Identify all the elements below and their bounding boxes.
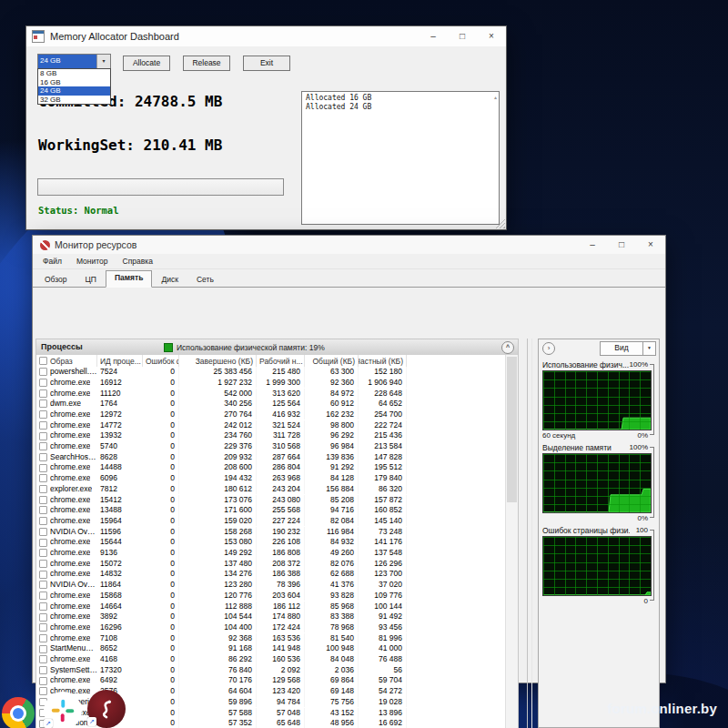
table-row[interactable]: NVIDIA Overlay...115960158 268190 232116… [36,527,506,538]
row-checkbox[interactable] [39,560,47,568]
table-row[interactable]: chrome.exe146640112 888186 11285 968100 … [36,601,506,612]
row-checkbox[interactable] [39,645,47,653]
row-checkbox[interactable] [39,517,47,525]
row-checkbox[interactable] [39,655,47,663]
row-checkbox[interactable] [39,474,47,482]
row-checkbox[interactable] [39,368,47,376]
view-dropdown-button[interactable]: Вид ▼ [600,341,656,356]
table-row[interactable]: chrome.exe156440153 080226 10884 932141 … [36,537,506,548]
table-row[interactable]: chrome.exe111200542 000313 62084 972228 … [36,388,506,399]
menu-item[interactable]: Справка [116,255,160,268]
row-checkbox[interactable] [39,677,47,685]
desktop-icon-red-app[interactable]: ↗ [87,690,126,728]
scroll-up-icon[interactable]: ▴ [494,94,497,100]
processes-header-bar[interactable]: Процессы Использование физической памяти… [36,339,518,356]
row-checkbox[interactable] [39,571,47,579]
row-checkbox[interactable] [39,453,47,461]
row-checkbox[interactable] [39,464,47,472]
table-row[interactable]: dwm.exe17640340 256125 56460 91264 652 [36,399,506,410]
tab-ЦП[interactable]: ЦП [76,272,106,288]
row-checkbox[interactable] [39,421,47,430]
resmon-titlebar[interactable]: Монитор ресурсов – □ × [33,236,665,254]
row-checkbox[interactable] [39,539,47,547]
table-row[interactable]: chrome.exe159640159 020227 22482 084145 … [36,516,506,527]
menu-item[interactable]: Файл [35,255,69,268]
table-row[interactable]: chrome.exe139320234 760311 72896 292215 … [36,430,506,441]
column-header[interactable]: Частный (КБ) [359,355,407,367]
table-row[interactable]: chrome.exe134880171 600255 56894 716160 … [36,505,506,516]
column-header[interactable]: Общий (КБ) [305,355,359,367]
combo-option[interactable]: 16 GB [38,78,110,87]
table-row[interactable]: chrome.exe7108092 368163 53681 54081 996 [36,633,506,644]
maximize-button[interactable]: □ [607,240,636,249]
row-checkbox[interactable] [39,442,47,450]
combo-option[interactable]: 8 GB [38,69,110,78]
collapse-chevron-icon[interactable]: ^ [501,341,514,354]
close-button[interactable]: × [477,32,506,41]
log-textarea[interactable]: Allocated 16 GB Allocated 24 GB [301,91,500,225]
table-row[interactable]: chrome.exe38920104 544174 88083 38891 49… [36,612,506,622]
close-button[interactable]: × [636,240,665,249]
tab-Обзор[interactable]: Обзор [35,272,76,288]
row-checkbox[interactable] [39,592,47,600]
row-checkbox[interactable] [39,432,47,440]
column-header[interactable]: Ошибок ст... [143,355,179,367]
table-scrollbar[interactable] [505,355,518,728]
row-checkbox[interactable] [39,410,47,419]
combo-dropdown-list[interactable]: 8 GB16 GB24 GB32 GB [37,68,111,105]
table-row[interactable]: chrome.exe162960104 400172 42478 96893 4… [36,622,506,633]
allocate-button[interactable]: Allocate [123,56,170,71]
combo-option[interactable]: 32 GB [38,96,110,105]
column-header[interactable]: Образ [36,355,97,367]
row-checkbox[interactable] [39,602,47,611]
tab-Сеть[interactable]: Сеть [187,272,223,288]
table-row[interactable]: SystemSettings...17320076 8402 0922 0365… [36,665,506,676]
menu-item[interactable]: Монитор [69,255,116,268]
combobox-dropdown-arrow-icon[interactable]: ▾ [96,55,110,69]
row-checkbox[interactable] [39,623,47,632]
table-row[interactable]: powershell.exe7524025 383 456215 48063 3… [36,367,506,378]
table-row[interactable]: chrome.exe150720137 480208 37282 076126 … [36,559,506,570]
table-row[interactable]: StartMenuExpe...8652091 168141 948100 94… [36,643,506,654]
table-row[interactable]: NVIDIA Overlay...118640123 28078 39641 3… [36,580,506,591]
table-row[interactable]: SearchHost.exe86280209 932287 664139 836… [36,452,506,463]
row-checkbox[interactable] [39,399,47,408]
column-header[interactable]: Рабочий н... [257,355,305,367]
minimize-button[interactable]: – [419,32,448,41]
table-row[interactable]: chrome.exe57400229 376310 56896 984213 5… [36,441,506,452]
table-row[interactable]: chrome.exe147720242 012321 52498 800222 … [36,420,506,431]
chevron-down-icon[interactable]: ▼ [642,342,655,355]
row-checkbox[interactable] [39,485,47,493]
row-checkbox[interactable] [39,496,47,504]
row-checkbox[interactable] [39,613,47,622]
table-row[interactable]: chrome.exe1691201 927 2321 999 30092 360… [36,378,506,389]
row-checkbox[interactable] [39,379,47,387]
desktop-icon-slack[interactable]: ↗ [44,692,82,728]
table-row[interactable]: chrome.exe60960194 432263 96884 128179 8… [36,473,506,484]
row-checkbox[interactable] [39,549,47,557]
table-row[interactable]: chrome.exe148320134 276186 38862 688123 … [36,569,506,580]
row-checkbox[interactable] [39,389,47,398]
row-checkbox[interactable] [39,666,47,674]
column-header[interactable]: Завершено (КБ) [179,355,257,367]
tab-Память[interactable]: Память [106,270,152,288]
minimize-button[interactable]: – [578,240,607,249]
scrollbar-thumb[interactable] [507,357,517,502]
expand-chevron-icon[interactable]: › [542,342,555,355]
maximize-button[interactable]: □ [448,32,477,41]
table-row[interactable]: chrome.exe6492070 176129 56869 86459 704 [36,675,506,686]
table-row[interactable]: chrome.exe154120173 076243 08085 208157 … [36,494,506,505]
header-checkbox[interactable] [39,357,47,365]
table-row[interactable]: explorer.exe78120180 612243 204156 88486… [36,484,506,495]
exit-button[interactable]: Exit [243,56,290,71]
row-checkbox[interactable] [39,581,47,589]
row-checkbox[interactable] [39,528,47,536]
table-row[interactable]: chrome.exe129720270 764416 932162 232254… [36,410,506,420]
combo-option[interactable]: 24 GB [38,86,110,96]
table-row[interactable]: chrome.exe4168086 292160 53684 04876 488 [36,654,506,665]
row-checkbox[interactable] [39,634,47,642]
row-checkbox[interactable] [39,506,47,514]
table-row[interactable]: chrome.exe144880208 600286 80491 292195 … [36,462,506,473]
column-header[interactable]: ИД проце... [97,355,143,367]
release-button[interactable]: Release [183,56,230,71]
